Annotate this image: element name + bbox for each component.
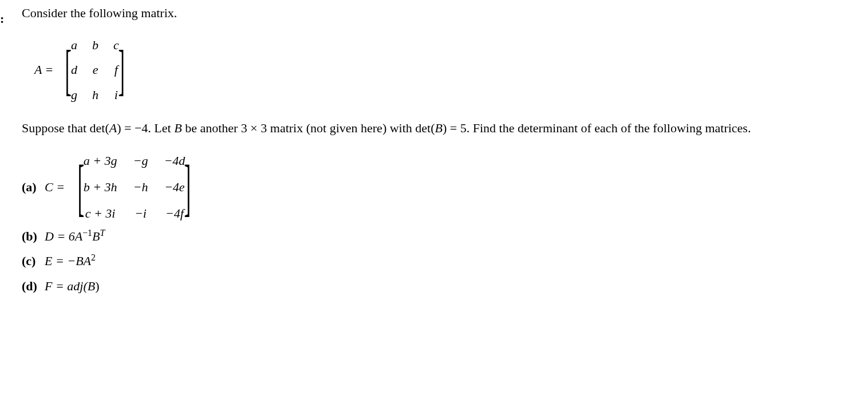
matrix-C-equation: C = [ a + 3g −g −4d b + 3h −h −4e c + 3i… bbox=[45, 152, 845, 222]
matrix-cell: h bbox=[92, 86, 98, 104]
matrix-C-grid: a + 3g −g −4d b + 3h −h −4e c + 3i −i −4… bbox=[84, 152, 186, 222]
left-bracket-icon: [ bbox=[77, 164, 84, 211]
var-B: B bbox=[88, 279, 95, 293]
part-label-b: (b) bbox=[22, 228, 45, 245]
matrix-A-equation: A = [ a b c d e f g h i ] bbox=[34, 37, 845, 104]
matrix-cell: g bbox=[71, 86, 77, 104]
matrix-cell: −4f bbox=[164, 205, 185, 222]
matrix-cell: −4e bbox=[164, 179, 185, 196]
right-bracket-icon: ] bbox=[184, 164, 191, 211]
text-fragment: Suppose that det( bbox=[22, 121, 109, 135]
part-label-a: (a) bbox=[22, 179, 45, 196]
part-c: (c) E = −BA2 bbox=[22, 250, 845, 272]
var-B: B bbox=[76, 254, 83, 268]
superscript: −1 bbox=[82, 227, 92, 237]
matrix-cell: a + 3g bbox=[84, 152, 117, 169]
var-B: B bbox=[174, 121, 182, 135]
var-A: A bbox=[109, 121, 117, 135]
superscript: 2 bbox=[91, 253, 96, 262]
intro-text: Consider the following matrix. bbox=[22, 5, 845, 22]
var-A: A bbox=[75, 229, 82, 243]
suppose-paragraph: Suppose that det(A) = −4. Let B be anoth… bbox=[22, 120, 845, 137]
matrix-cell: b bbox=[92, 37, 98, 54]
left-bracket-icon: [ bbox=[65, 48, 72, 92]
text-fragment: ) = 5. Find the determinant of each of t… bbox=[443, 121, 751, 135]
right-bracket-icon: ] bbox=[118, 48, 124, 92]
lead-marker: : bbox=[0, 10, 4, 27]
eq-lhs: D = 6 bbox=[45, 229, 75, 243]
text-fragment: ) = −4. Let bbox=[117, 121, 174, 135]
superscript: T bbox=[100, 227, 105, 237]
text-fragment: be another 3 × 3 matrix (not given here)… bbox=[182, 121, 435, 135]
matrix-cell: c + 3i bbox=[84, 205, 117, 222]
matrix-cell: b + 3h bbox=[84, 179, 117, 196]
matrix-cell: −h bbox=[133, 179, 148, 196]
matrix-cell: d bbox=[71, 61, 77, 78]
var-A: A bbox=[84, 254, 91, 268]
matrix-cell: e bbox=[92, 61, 98, 78]
matrix-cell: a bbox=[71, 37, 77, 54]
matrix-cell: −g bbox=[133, 152, 148, 169]
part-d: (d) F = adj(B) bbox=[22, 275, 845, 297]
text-fragment: ) bbox=[95, 279, 99, 293]
eq-lhs: E = − bbox=[45, 254, 76, 268]
var-B: B bbox=[92, 229, 100, 243]
eq-lhs: F = adj( bbox=[45, 279, 88, 293]
part-label-d: (d) bbox=[22, 278, 45, 295]
matrix-A-lhs: A = bbox=[34, 61, 53, 78]
matrix-A-grid: a b c d e f g h i bbox=[71, 37, 119, 104]
matrix-cell: −4d bbox=[164, 152, 185, 169]
var-B: B bbox=[435, 121, 443, 135]
part-b: (b) D = 6A−1BT bbox=[22, 226, 845, 247]
matrix-C-lhs: C = bbox=[45, 179, 65, 196]
matrix-cell: −i bbox=[133, 205, 148, 222]
part-a: (a) C = [ a + 3g −g −4d b + 3h −h −4e c … bbox=[22, 152, 845, 222]
part-label-c: (c) bbox=[22, 253, 45, 270]
